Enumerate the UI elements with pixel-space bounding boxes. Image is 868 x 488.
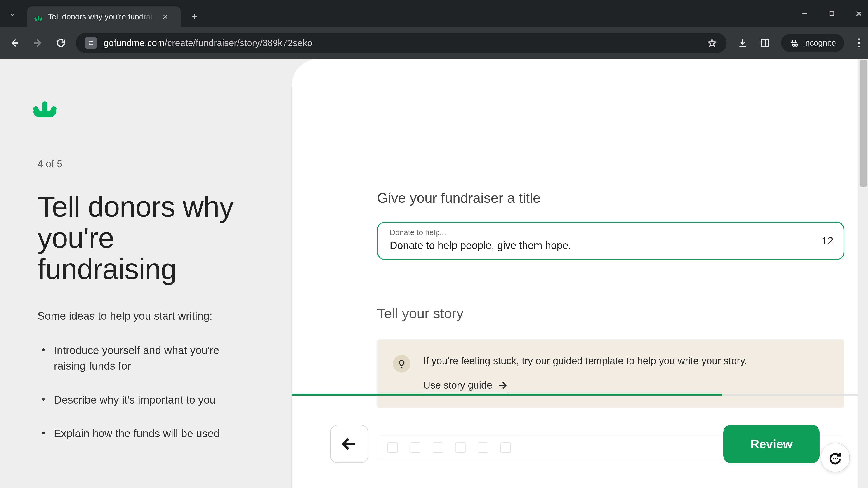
step-indicator: 4 of 5 [37, 158, 259, 169]
bookmark-star-button[interactable] [707, 37, 717, 48]
review-button[interactable]: Review [723, 425, 819, 463]
chat-refresh-icon [828, 450, 842, 465]
fundraiser-title-field[interactable]: Donate to help... 12 [377, 222, 844, 260]
omnibox-url: gofundme.com/create/fundraiser/story/389… [103, 38, 312, 48]
plus-icon [191, 13, 198, 21]
site-info-button[interactable] [85, 37, 97, 49]
arrow-left-icon [9, 38, 20, 48]
story-guide-callout: If you're feeling stuck, try our guided … [377, 339, 844, 408]
idea-item: Describe why it's important to you [54, 392, 239, 408]
downloads-button[interactable] [737, 37, 749, 49]
idea-item: Explain how the funds will be used [54, 426, 239, 442]
use-story-guide-link[interactable]: Use story guide [423, 380, 508, 393]
side-panel-icon [760, 38, 770, 48]
story-guide-link-label: Use story guide [423, 380, 492, 391]
gofundme-logo[interactable] [37, 104, 52, 116]
omnibox[interactable]: gofundme.com/create/fundraiser/story/389… [76, 33, 726, 53]
browser-chrome: Tell donors why you're fundrais [0, 0, 868, 59]
close-icon [162, 13, 168, 20]
tune-icon [88, 39, 94, 46]
download-icon [738, 38, 748, 48]
new-tab-button[interactable] [188, 10, 201, 24]
tab-title: Tell donors why you're fundrais [48, 12, 154, 21]
svg-point-6 [837, 458, 838, 459]
title-char-remaining: 12 [822, 235, 833, 247]
browser-menu-button[interactable] [855, 38, 864, 47]
incognito-icon [789, 38, 798, 47]
nav-reload-button[interactable] [51, 33, 71, 53]
close-icon [855, 10, 863, 18]
incognito-label: Incognito [803, 38, 836, 48]
page-content: Give your fundraiser a title Donate to h… [0, 59, 868, 488]
story-section-heading: Tell your story [377, 305, 844, 321]
lightbulb-icon [397, 359, 406, 368]
reload-icon [56, 38, 66, 48]
address-bar-row: gofundme.com/create/fundraiser/story/389… [0, 27, 868, 59]
svg-point-5 [835, 458, 836, 459]
ideas-list: Introduce yourself and what you're raisi… [37, 343, 259, 442]
star-icon [707, 38, 717, 48]
page-scrollbar[interactable] [858, 59, 868, 488]
toolbar-icons: Incognito [737, 34, 864, 52]
svg-rect-0 [830, 11, 834, 15]
help-chat-button[interactable] [820, 443, 850, 472]
svg-rect-3 [761, 39, 769, 46]
ideas-intro: Some ideas to help you start writing: [37, 310, 259, 322]
lightbulb-badge [393, 355, 410, 372]
title-section-heading: Give your fundraiser a title [377, 190, 844, 206]
window-maximize-button[interactable] [827, 9, 836, 18]
nav-forward-button[interactable] [28, 33, 48, 53]
window-controls [800, 0, 864, 27]
form-footer: Review [291, 400, 858, 488]
callout-body: If you're feeling stuck, try our guided … [423, 354, 747, 393]
chevron-down-icon [9, 11, 16, 18]
fundraiser-title-input[interactable] [390, 239, 800, 252]
callout-text: If you're feeling stuck, try our guided … [423, 354, 747, 367]
arrow-left-icon [340, 435, 358, 453]
progress-bar-fill [291, 394, 722, 396]
incognito-indicator[interactable]: Incognito [781, 34, 844, 52]
title-float-label: Donate to help... [390, 228, 446, 237]
tab-strip: Tell donors why you're fundrais [0, 0, 868, 27]
maximize-icon [829, 10, 835, 17]
form-card: Give your fundraiser a title Donate to h… [291, 59, 858, 488]
svg-point-4 [833, 458, 834, 459]
svg-point-1 [92, 41, 93, 42]
window-minimize-button[interactable] [800, 9, 809, 18]
back-button[interactable] [330, 425, 368, 463]
minimize-icon [801, 10, 809, 18]
page-viewport: Give your fundraiser a title Donate to h… [0, 59, 868, 488]
arrow-right-icon [497, 380, 508, 390]
tab-favicon-icon [34, 12, 43, 21]
side-panel-button[interactable] [759, 37, 771, 49]
tab-close-button[interactable] [161, 13, 169, 21]
idea-item: Introduce yourself and what you're raisi… [54, 343, 239, 374]
left-column: 4 of 5 Tell donors why you're fundraisin… [37, 158, 259, 459]
page-heading: Tell donors why you're fundraising [37, 191, 259, 285]
tab-search-dropdown[interactable] [4, 7, 20, 23]
svg-point-2 [89, 44, 90, 45]
browser-tab-active[interactable]: Tell donors why you're fundrais [27, 6, 181, 27]
window-close-button[interactable] [855, 9, 864, 18]
nav-back-button[interactable] [4, 33, 25, 53]
scrollbar-thumb[interactable] [860, 60, 867, 187]
progress-bar [291, 394, 858, 396]
arrow-right-icon [33, 38, 43, 48]
